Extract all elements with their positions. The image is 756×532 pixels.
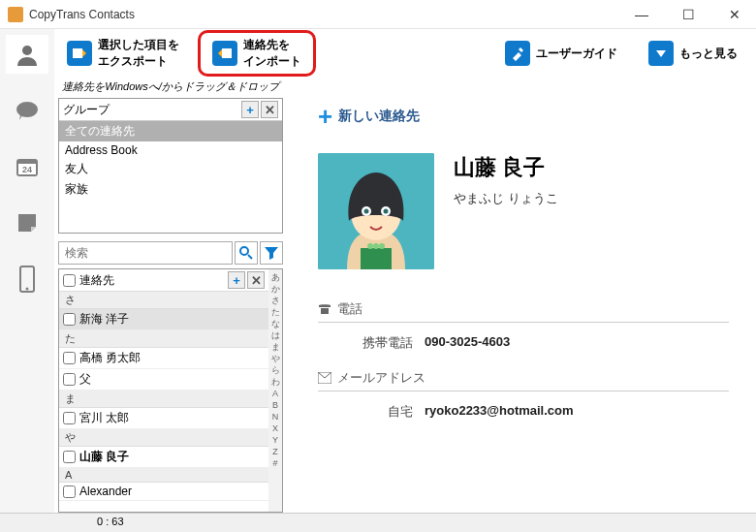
svg-point-17: [367, 243, 373, 249]
add-contact-button[interactable]: +: [228, 271, 245, 289]
alpha-letter[interactable]: た: [268, 306, 282, 318]
alpha-letter[interactable]: わ: [268, 376, 282, 388]
export-button[interactable]: 選択した項目をエクスポート: [58, 32, 188, 75]
minimize-button[interactable]: —: [628, 7, 655, 22]
alpha-letter[interactable]: さ: [268, 295, 282, 306]
import-button[interactable]: 連絡先をインポート: [198, 30, 316, 77]
alpha-letter[interactable]: ら: [268, 364, 282, 376]
avatar: [318, 153, 434, 269]
middle-panel: 連絡先をWindowsへ/からドラッグ＆ドロップ グループ + ✕ 全ての連絡先…: [54, 78, 287, 513]
rail-calendar[interactable]: 24: [6, 147, 48, 186]
detail-panel: + 新しい連絡先 山藤 良子 やまふじ りょうこ 電話: [291, 78, 748, 513]
note-icon: [16, 212, 38, 234]
contact-item[interactable]: 宮川 太郎: [59, 408, 268, 429]
contacts-header: 連絡先 + ✕: [59, 269, 268, 292]
alpha-letter[interactable]: A: [268, 388, 282, 399]
search-button[interactable]: [235, 241, 258, 265]
alpha-letter[interactable]: Z: [268, 446, 282, 457]
contact-item[interactable]: 山藤 良子: [59, 447, 268, 468]
alpha-letter[interactable]: X: [268, 422, 282, 434]
remove-group-button[interactable]: ✕: [261, 101, 278, 118]
alpha-letter[interactable]: な: [268, 318, 282, 329]
alpha-letter[interactable]: ま: [268, 341, 282, 353]
speech-icon: [15, 100, 40, 121]
rail-notes[interactable]: [6, 203, 48, 242]
close-button[interactable]: ✕: [721, 7, 748, 22]
contact-letter: A: [59, 468, 268, 483]
rail-contacts[interactable]: [6, 35, 48, 74]
maximize-button[interactable]: ☐: [675, 7, 702, 22]
phone-label: 携帯電話: [318, 334, 425, 352]
contact-checkbox[interactable]: [63, 373, 76, 386]
phone-old-icon: [318, 302, 331, 316]
envelope-icon: [318, 372, 331, 384]
calendar-icon: 24: [15, 155, 40, 178]
group-item[interactable]: 家族: [59, 179, 282, 200]
status-bar: 0 : 63: [0, 513, 756, 532]
contact-item[interactable]: 高橋 勇太郎: [59, 348, 268, 369]
group-item[interactable]: 全ての連絡先: [59, 121, 282, 141]
rail-device[interactable]: [6, 260, 48, 298]
email-section: メールアドレス: [318, 365, 729, 391]
filter-button[interactable]: [260, 241, 283, 265]
contact-name: 高橋 勇太郎: [79, 350, 141, 366]
contact-checkbox[interactable]: [63, 485, 76, 498]
svg-point-18: [373, 243, 379, 249]
left-rail: 24: [0, 29, 54, 513]
alpha-letter[interactable]: あ: [268, 271, 282, 283]
group-item[interactable]: 友人: [59, 159, 282, 179]
contact-name: 父: [79, 371, 91, 388]
alpha-letter[interactable]: #: [268, 457, 282, 469]
svg-rect-7: [73, 48, 82, 58]
alpha-letter[interactable]: N: [268, 411, 282, 422]
person-icon: [15, 43, 40, 66]
contacts-pane: 連絡先 + ✕ さ新海 洋子た高橋 勇太郎父ま宮川 太郎や山藤 良子AAlexa…: [58, 268, 283, 513]
new-contact-button[interactable]: + 新しい連絡先: [318, 107, 729, 126]
svg-rect-16: [361, 248, 392, 269]
contact-item[interactable]: Alexander: [59, 483, 268, 501]
more-button[interactable]: もっと見る: [640, 36, 746, 71]
svg-point-13: [364, 209, 369, 214]
alpha-letter[interactable]: Y: [268, 434, 282, 446]
contact-name: 宮川 太郎: [79, 410, 129, 426]
phone-section: 電話: [318, 297, 729, 323]
contact-checkbox[interactable]: [63, 451, 76, 463]
phone-icon: [18, 266, 36, 293]
contact-checkbox[interactable]: [63, 313, 76, 326]
contact-letter: さ: [59, 292, 268, 309]
contact-item[interactable]: 新海 洋子: [59, 309, 268, 330]
select-all-checkbox[interactable]: [63, 274, 76, 287]
alpha-letter[interactable]: は: [268, 329, 282, 341]
status-count: 0 : 63: [97, 516, 124, 527]
import-icon: [212, 41, 237, 66]
titlebar: CopyTrans Contacts — ☐ ✕: [0, 0, 756, 29]
svg-rect-8: [222, 48, 232, 58]
remove-contact-button[interactable]: ✕: [247, 271, 265, 289]
user-guide-button[interactable]: ユーザーガイド: [496, 36, 626, 71]
drag-hint: 連絡先をWindowsへ/からドラッグ＆ドロップ: [54, 78, 287, 96]
contacts-list: 連絡先 + ✕ さ新海 洋子た高橋 勇太郎父ま宮川 太郎や山藤 良子AAlexa…: [59, 269, 268, 512]
search-icon: [238, 245, 254, 261]
app-icon: [8, 7, 23, 22]
contact-checkbox[interactable]: [63, 412, 76, 424]
alpha-letter[interactable]: か: [268, 283, 282, 295]
toolbar: 選択した項目をエクスポート 連絡先をインポート ユーザーガイド もっと見る: [0, 29, 756, 78]
contact-letter: た: [59, 330, 268, 348]
add-group-button[interactable]: +: [241, 101, 259, 118]
contact-reading: やまふじ りょうこ: [454, 190, 558, 207]
contact-letter: ま: [59, 391, 268, 408]
contact-checkbox[interactable]: [63, 352, 76, 364]
alpha-letter[interactable]: B: [268, 399, 282, 411]
contact-item[interactable]: 父: [59, 369, 268, 391]
phone-value: 090-3025-4603: [425, 334, 510, 352]
alpha-index[interactable]: あかさたなはまやらわABNXYZ#: [268, 269, 282, 512]
group-item[interactable]: Address Book: [59, 141, 282, 159]
email-value: ryoko2233@hotmail.com: [425, 403, 574, 421]
alpha-letter[interactable]: や: [268, 353, 282, 364]
groups-list: 全ての連絡先Address Book友人家族: [59, 121, 282, 233]
search-input[interactable]: [58, 241, 233, 265]
funnel-icon: [264, 245, 279, 261]
groups-pane: グループ + ✕ 全ての連絡先Address Book友人家族: [58, 98, 283, 234]
svg-point-0: [22, 46, 32, 55]
rail-messages[interactable]: [6, 91, 48, 130]
